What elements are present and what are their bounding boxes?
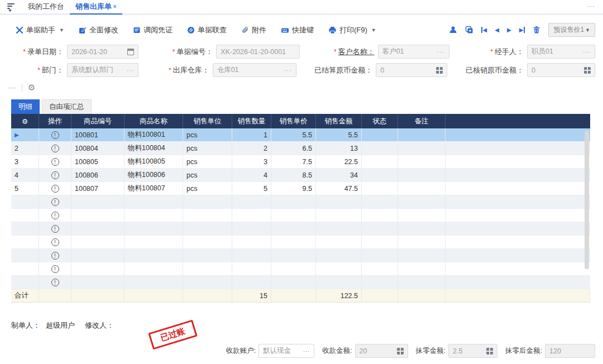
table-row[interactable]: 5!100807物料100807pcs59.547.5 — [11, 182, 590, 195]
cell-sales-price[interactable] — [271, 249, 316, 262]
cell-sales-price[interactable]: 8.5 — [271, 169, 316, 181]
cell-sales-unit[interactable]: pcs — [183, 142, 232, 155]
cell-sales-price[interactable] — [271, 276, 316, 289]
row-number-cell[interactable]: 3 — [11, 155, 39, 168]
cell-product-name[interactable] — [125, 249, 183, 262]
cell-sales-unit[interactable] — [183, 195, 232, 208]
info-circle-icon[interactable]: ! — [51, 238, 59, 246]
row-operation-cell[interactable]: ! — [39, 155, 71, 168]
cell-product-code[interactable]: 100804 — [71, 142, 125, 155]
cell-product-name[interactable] — [125, 276, 183, 289]
cell-sales-price[interactable] — [271, 236, 316, 248]
cell-product-code[interactable] — [71, 222, 125, 235]
cell-sales-qty[interactable]: 5 — [232, 182, 271, 195]
lookup-dots-icon[interactable]: ··· — [126, 67, 134, 74]
cell-remark[interactable] — [398, 249, 446, 262]
table-row[interactable]: ▶!100801物料100801pcs15.55.5 — [11, 128, 590, 142]
cell-sales-amount[interactable] — [316, 209, 362, 222]
trash-icon[interactable] — [533, 26, 540, 34]
table-row[interactable]: 3!100805物料100805pcs37.522.5 — [11, 155, 590, 169]
cell-remark[interactable] — [398, 142, 446, 155]
preset-price-select[interactable]: 预设售价1▼ — [548, 23, 595, 37]
cell-sales-amount[interactable]: 34 — [316, 169, 362, 181]
department-field[interactable]: 系统默认部门··· — [67, 63, 138, 77]
col-header-sales-amount[interactable]: 销售金额 — [316, 114, 362, 128]
lookup-dots-icon[interactable]: ··· — [583, 49, 591, 55]
cell-sales-amount[interactable]: 5.5 — [316, 128, 362, 141]
cell-product-code[interactable]: 100805 — [71, 155, 125, 168]
cell-status[interactable] — [362, 209, 398, 222]
table-row[interactable]: ! — [11, 262, 590, 276]
cell-remark[interactable] — [398, 128, 446, 141]
col-header-operation[interactable]: 操作 — [39, 114, 71, 128]
tab-free-item-summary[interactable]: 自由项汇总 — [42, 99, 92, 114]
cell-product-code[interactable] — [71, 276, 125, 289]
cell-sales-amount[interactable] — [316, 195, 362, 208]
tab-workspace[interactable]: 我的工作台 — [22, 0, 70, 15]
cell-product-code[interactable] — [71, 195, 125, 208]
info-circle-icon[interactable]: ! — [51, 171, 59, 179]
col-header-product-name[interactable]: 商品名称 — [125, 114, 183, 128]
cell-sales-amount[interactable]: 22.5 — [316, 155, 362, 168]
table-row[interactable]: ! — [11, 249, 590, 262]
col-header-product-code[interactable]: 商品编号 — [71, 114, 125, 128]
cell-status[interactable] — [362, 276, 398, 289]
row-operation-cell[interactable]: ! — [39, 169, 71, 181]
cell-sales-qty[interactable] — [232, 209, 271, 222]
next-record-icon[interactable]: ▶ — [507, 27, 511, 33]
cell-sales-amount[interactable] — [316, 276, 362, 289]
cell-remark[interactable] — [398, 209, 446, 222]
cell-product-name[interactable]: 物料100807 — [125, 182, 183, 195]
warehouse-field[interactable]: 仓库01··· — [213, 63, 296, 77]
cell-product-name[interactable]: 物料100805 — [125, 155, 183, 168]
info-circle-icon[interactable]: ! — [51, 145, 59, 152]
cell-status[interactable] — [362, 195, 398, 208]
received-amount-field[interactable]: 20 — [355, 344, 408, 358]
cell-sales-unit[interactable]: pcs — [183, 169, 232, 181]
row-number-cell[interactable] — [11, 249, 39, 262]
cell-sales-price[interactable] — [271, 195, 316, 208]
col-header-sales-unit[interactable]: 销售单位 — [183, 114, 232, 128]
doc-no-field[interactable]: XK-2026-01-20-0001 — [216, 45, 300, 59]
cell-sales-price[interactable] — [271, 262, 316, 275]
row-operation-cell[interactable]: ! — [39, 222, 71, 235]
tab-sales-outbound[interactable]: 销售出库单× — [70, 0, 122, 15]
table-row[interactable]: 4!100806物料100806pcs48.534 — [11, 169, 590, 182]
shortcut-keys-button[interactable]: 快捷键 — [281, 25, 314, 35]
table-row[interactable]: 2!100804物料100804pcs26.513 — [11, 142, 590, 155]
cell-sales-unit[interactable] — [183, 209, 232, 222]
cell-product-name[interactable] — [125, 236, 183, 248]
cell-sales-amount[interactable] — [316, 249, 362, 262]
cell-sales-unit[interactable]: pcs — [183, 155, 232, 168]
more-options-icon[interactable]: ··· — [587, 2, 595, 10]
cell-status[interactable] — [362, 169, 398, 181]
cell-product-name[interactable] — [125, 262, 183, 275]
user-icon[interactable] — [449, 26, 457, 34]
first-record-icon[interactable]: ◀ — [481, 27, 487, 33]
row-number-cell[interactable] — [11, 276, 39, 289]
col-header-remark[interactable]: 备注 — [398, 114, 446, 128]
row-number-cell[interactable] — [11, 222, 39, 235]
cell-remark[interactable] — [398, 195, 446, 208]
cell-sales-amount[interactable] — [316, 236, 362, 248]
last-record-icon[interactable]: ▶ — [519, 27, 525, 33]
cell-product-code[interactable] — [71, 262, 125, 275]
cell-sales-unit[interactable]: pcs — [183, 182, 232, 195]
calculator-icon[interactable] — [397, 348, 404, 355]
row-number-cell[interactable]: ▶ — [11, 128, 39, 141]
info-circle-icon[interactable]: ! — [51, 158, 59, 166]
col-header-status[interactable]: 状态 — [362, 114, 398, 128]
cell-sales-qty[interactable] — [232, 236, 271, 248]
cell-sales-qty[interactable]: 3 — [232, 155, 271, 168]
row-operation-cell[interactable]: ! — [39, 249, 71, 262]
cell-sales-amount[interactable]: 47.5 — [316, 182, 362, 195]
info-circle-icon[interactable]: ! — [51, 265, 59, 273]
cell-sales-qty[interactable] — [232, 195, 271, 208]
cell-status[interactable] — [362, 262, 398, 275]
cell-sales-price[interactable]: 7.5 — [271, 155, 316, 168]
lookup-dots-icon[interactable]: ··· — [303, 347, 310, 355]
after-rounding-amount-field[interactable]: 120 — [545, 344, 595, 358]
cell-sales-qty[interactable] — [232, 249, 271, 262]
cell-status[interactable] — [362, 155, 398, 168]
copy-add-icon[interactable] — [465, 26, 473, 34]
